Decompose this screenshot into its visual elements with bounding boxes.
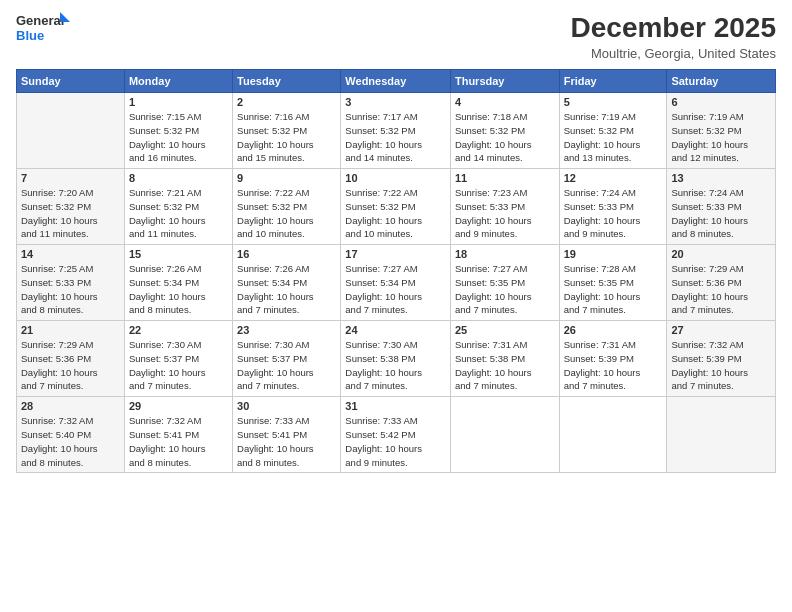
cell-date: 27	[671, 324, 771, 336]
page: GeneralBlue December 2025 Moultrie, Geor…	[0, 0, 792, 612]
cell-date: 20	[671, 248, 771, 260]
calendar-cell: 5Sunrise: 7:19 AM Sunset: 5:32 PM Daylig…	[559, 93, 667, 169]
cell-date: 6	[671, 96, 771, 108]
cell-date: 8	[129, 172, 228, 184]
cell-info: Sunrise: 7:23 AM Sunset: 5:33 PM Dayligh…	[455, 186, 555, 241]
cell-info: Sunrise: 7:29 AM Sunset: 5:36 PM Dayligh…	[21, 338, 120, 393]
cell-date: 25	[455, 324, 555, 336]
calendar-cell: 22Sunrise: 7:30 AM Sunset: 5:37 PM Dayli…	[124, 321, 232, 397]
calendar-header-row: Sunday Monday Tuesday Wednesday Thursday…	[17, 70, 776, 93]
calendar-cell: 12Sunrise: 7:24 AM Sunset: 5:33 PM Dayli…	[559, 169, 667, 245]
cell-info: Sunrise: 7:31 AM Sunset: 5:39 PM Dayligh…	[564, 338, 663, 393]
cell-info: Sunrise: 7:29 AM Sunset: 5:36 PM Dayligh…	[671, 262, 771, 317]
cell-date: 19	[564, 248, 663, 260]
calendar-week-row: 14Sunrise: 7:25 AM Sunset: 5:33 PM Dayli…	[17, 245, 776, 321]
calendar-cell: 7Sunrise: 7:20 AM Sunset: 5:32 PM Daylig…	[17, 169, 125, 245]
calendar-cell: 20Sunrise: 7:29 AM Sunset: 5:36 PM Dayli…	[667, 245, 776, 321]
svg-text:General: General	[16, 13, 64, 28]
calendar-cell: 17Sunrise: 7:27 AM Sunset: 5:34 PM Dayli…	[341, 245, 451, 321]
calendar-cell: 27Sunrise: 7:32 AM Sunset: 5:39 PM Dayli…	[667, 321, 776, 397]
cell-date: 2	[237, 96, 336, 108]
col-wednesday: Wednesday	[341, 70, 451, 93]
calendar-table: Sunday Monday Tuesday Wednesday Thursday…	[16, 69, 776, 473]
cell-date: 22	[129, 324, 228, 336]
header: GeneralBlue December 2025 Moultrie, Geor…	[16, 12, 776, 61]
cell-info: Sunrise: 7:30 AM Sunset: 5:37 PM Dayligh…	[129, 338, 228, 393]
logo-icon: GeneralBlue	[16, 12, 76, 46]
calendar-cell: 3Sunrise: 7:17 AM Sunset: 5:32 PM Daylig…	[341, 93, 451, 169]
col-thursday: Thursday	[450, 70, 559, 93]
cell-info: Sunrise: 7:16 AM Sunset: 5:32 PM Dayligh…	[237, 110, 336, 165]
calendar-cell: 4Sunrise: 7:18 AM Sunset: 5:32 PM Daylig…	[450, 93, 559, 169]
cell-date: 18	[455, 248, 555, 260]
cell-date: 12	[564, 172, 663, 184]
calendar-cell: 16Sunrise: 7:26 AM Sunset: 5:34 PM Dayli…	[233, 245, 341, 321]
calendar-week-row: 28Sunrise: 7:32 AM Sunset: 5:40 PM Dayli…	[17, 397, 776, 473]
calendar-cell: 18Sunrise: 7:27 AM Sunset: 5:35 PM Dayli…	[450, 245, 559, 321]
cell-date: 3	[345, 96, 446, 108]
cell-date: 14	[21, 248, 120, 260]
cell-date: 5	[564, 96, 663, 108]
calendar-cell: 2Sunrise: 7:16 AM Sunset: 5:32 PM Daylig…	[233, 93, 341, 169]
cell-info: Sunrise: 7:28 AM Sunset: 5:35 PM Dayligh…	[564, 262, 663, 317]
calendar-cell: 11Sunrise: 7:23 AM Sunset: 5:33 PM Dayli…	[450, 169, 559, 245]
cell-info: Sunrise: 7:26 AM Sunset: 5:34 PM Dayligh…	[129, 262, 228, 317]
cell-info: Sunrise: 7:19 AM Sunset: 5:32 PM Dayligh…	[671, 110, 771, 165]
col-monday: Monday	[124, 70, 232, 93]
calendar-cell: 15Sunrise: 7:26 AM Sunset: 5:34 PM Dayli…	[124, 245, 232, 321]
calendar-week-row: 21Sunrise: 7:29 AM Sunset: 5:36 PM Dayli…	[17, 321, 776, 397]
svg-marker-2	[60, 12, 70, 22]
calendar-cell	[559, 397, 667, 473]
cell-info: Sunrise: 7:24 AM Sunset: 5:33 PM Dayligh…	[671, 186, 771, 241]
cell-date: 24	[345, 324, 446, 336]
col-tuesday: Tuesday	[233, 70, 341, 93]
cell-date: 1	[129, 96, 228, 108]
cell-date: 28	[21, 400, 120, 412]
cell-date: 31	[345, 400, 446, 412]
calendar-cell: 13Sunrise: 7:24 AM Sunset: 5:33 PM Dayli…	[667, 169, 776, 245]
calendar-cell: 30Sunrise: 7:33 AM Sunset: 5:41 PM Dayli…	[233, 397, 341, 473]
cell-info: Sunrise: 7:26 AM Sunset: 5:34 PM Dayligh…	[237, 262, 336, 317]
calendar-cell: 24Sunrise: 7:30 AM Sunset: 5:38 PM Dayli…	[341, 321, 451, 397]
calendar-cell: 14Sunrise: 7:25 AM Sunset: 5:33 PM Dayli…	[17, 245, 125, 321]
calendar-cell: 31Sunrise: 7:33 AM Sunset: 5:42 PM Dayli…	[341, 397, 451, 473]
calendar-cell: 9Sunrise: 7:22 AM Sunset: 5:32 PM Daylig…	[233, 169, 341, 245]
calendar-cell: 1Sunrise: 7:15 AM Sunset: 5:32 PM Daylig…	[124, 93, 232, 169]
calendar-cell: 21Sunrise: 7:29 AM Sunset: 5:36 PM Dayli…	[17, 321, 125, 397]
calendar-cell	[17, 93, 125, 169]
calendar-cell: 25Sunrise: 7:31 AM Sunset: 5:38 PM Dayli…	[450, 321, 559, 397]
cell-info: Sunrise: 7:30 AM Sunset: 5:37 PM Dayligh…	[237, 338, 336, 393]
logo: GeneralBlue	[16, 12, 76, 46]
calendar-cell: 23Sunrise: 7:30 AM Sunset: 5:37 PM Dayli…	[233, 321, 341, 397]
calendar-cell: 10Sunrise: 7:22 AM Sunset: 5:32 PM Dayli…	[341, 169, 451, 245]
col-friday: Friday	[559, 70, 667, 93]
cell-info: Sunrise: 7:32 AM Sunset: 5:40 PM Dayligh…	[21, 414, 120, 469]
cell-date: 13	[671, 172, 771, 184]
svg-text:Blue: Blue	[16, 28, 44, 43]
cell-info: Sunrise: 7:24 AM Sunset: 5:33 PM Dayligh…	[564, 186, 663, 241]
cell-info: Sunrise: 7:32 AM Sunset: 5:39 PM Dayligh…	[671, 338, 771, 393]
calendar-cell	[667, 397, 776, 473]
title-block: December 2025 Moultrie, Georgia, United …	[571, 12, 776, 61]
cell-info: Sunrise: 7:21 AM Sunset: 5:32 PM Dayligh…	[129, 186, 228, 241]
cell-info: Sunrise: 7:18 AM Sunset: 5:32 PM Dayligh…	[455, 110, 555, 165]
cell-date: 15	[129, 248, 228, 260]
cell-info: Sunrise: 7:22 AM Sunset: 5:32 PM Dayligh…	[237, 186, 336, 241]
cell-date: 30	[237, 400, 336, 412]
cell-info: Sunrise: 7:15 AM Sunset: 5:32 PM Dayligh…	[129, 110, 228, 165]
cell-info: Sunrise: 7:27 AM Sunset: 5:35 PM Dayligh…	[455, 262, 555, 317]
calendar-week-row: 1Sunrise: 7:15 AM Sunset: 5:32 PM Daylig…	[17, 93, 776, 169]
location: Moultrie, Georgia, United States	[571, 46, 776, 61]
cell-info: Sunrise: 7:32 AM Sunset: 5:41 PM Dayligh…	[129, 414, 228, 469]
col-sunday: Sunday	[17, 70, 125, 93]
calendar-week-row: 7Sunrise: 7:20 AM Sunset: 5:32 PM Daylig…	[17, 169, 776, 245]
cell-date: 7	[21, 172, 120, 184]
cell-date: 9	[237, 172, 336, 184]
calendar-cell	[450, 397, 559, 473]
calendar-cell: 29Sunrise: 7:32 AM Sunset: 5:41 PM Dayli…	[124, 397, 232, 473]
cell-info: Sunrise: 7:27 AM Sunset: 5:34 PM Dayligh…	[345, 262, 446, 317]
cell-info: Sunrise: 7:19 AM Sunset: 5:32 PM Dayligh…	[564, 110, 663, 165]
calendar-cell: 26Sunrise: 7:31 AM Sunset: 5:39 PM Dayli…	[559, 321, 667, 397]
cell-date: 26	[564, 324, 663, 336]
cell-date: 4	[455, 96, 555, 108]
